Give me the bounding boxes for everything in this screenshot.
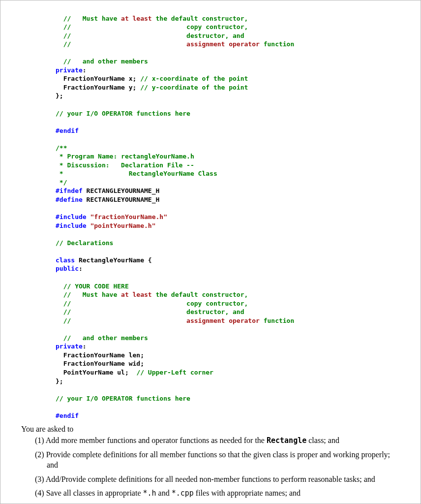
keyword-private: private <box>56 343 83 350</box>
comment-line: // and other members <box>56 334 148 342</box>
comment-highlight: assignment operator <box>186 317 260 324</box>
instructions-section: You are asked to (1) Add more member fun… <box>21 425 396 499</box>
comment-io-operators: // your I/O OPERATOR functions here <box>56 395 190 402</box>
comment-line: // destructor, and <box>63 308 244 315</box>
comment-your-code: // YOUR CODE HERE <box>63 283 129 290</box>
comment-highlight: at least <box>121 15 152 22</box>
macro-name: RECTANGLEYOURNAME_H <box>83 187 160 194</box>
member-decl: FractionYourName wid; <box>56 360 144 367</box>
member-decl: FractionYourName len; <box>56 351 144 359</box>
comment-line: function <box>260 40 294 48</box>
comment-line: // <box>63 317 186 324</box>
macro-name: RECTANGLEYOURNAME_H <box>83 196 160 203</box>
comment-declarations: // Declarations <box>56 239 113 247</box>
colon: : <box>83 66 87 74</box>
instruction-item-4: (4) Save all classes in appropriate *.h … <box>35 488 396 499</box>
rectangle-class-name: Rectangle <box>267 436 306 445</box>
colon: : <box>83 343 87 350</box>
keyword-public: public <box>56 265 79 272</box>
doc-comment: */ <box>56 179 67 186</box>
comment-line: // destructor, and <box>63 32 244 39</box>
preproc-endif: #endif <box>56 127 79 134</box>
preproc-define: #define <box>56 196 83 203</box>
preproc-ifndef: #ifndef <box>56 187 83 194</box>
doc-comment: /** <box>56 144 67 152</box>
preproc-include: #include <box>56 213 87 220</box>
comment-line: // and other members <box>56 58 148 65</box>
instruction-item-2: (2) Provide complete definitions for all… <box>35 450 396 471</box>
comment-line: // copy contructor, <box>63 23 248 31</box>
keyword-private: private <box>56 66 83 74</box>
include-path: "fractionYourName.h" <box>87 213 167 220</box>
preproc-endif: #endif <box>56 412 79 419</box>
comment-inline: // x-coordinate of the point <box>140 75 248 82</box>
comment-highlight: at least <box>121 291 152 298</box>
comment-line: // copy contructor, <box>63 300 248 307</box>
instruction-item-1: (1) Add more member functions and operat… <box>35 436 396 446</box>
doc-comment: * Discussion: Declaration File -- <box>56 161 194 169</box>
page: // Must have at least the default constr… <box>0 0 421 499</box>
preproc-include: #include <box>56 222 87 229</box>
doc-comment: * Program Name: rectangleYourName.h <box>56 153 194 160</box>
comment-inline: // y-coordinate of the point <box>140 84 248 91</box>
code-block-point-class-tail: // Must have at least the default constr… <box>56 5 421 420</box>
include-path: "pointYourName.h" <box>87 222 156 229</box>
comment-line: function <box>260 317 294 324</box>
comment-line: // Must have <box>63 15 121 22</box>
instructions-list: (1) Add more member functions and operat… <box>35 436 396 499</box>
close-brace: }; <box>56 378 63 385</box>
file-ext-h: *.h <box>143 489 156 498</box>
comment-line: // <box>63 40 186 48</box>
instruction-item-3: (3) Add/Provide complete definitions for… <box>35 474 396 485</box>
comment-line: the default constructor, <box>152 291 248 298</box>
member-decl: FractionYourName y; <box>56 84 140 91</box>
colon: : <box>79 265 83 272</box>
comment-line: the default constructor, <box>152 15 248 22</box>
file-ext-cpp: *.cpp <box>172 489 194 498</box>
doc-comment: * RectangleYourName Class <box>56 170 217 177</box>
keyword-class: class <box>56 256 75 264</box>
close-brace: }; <box>56 92 63 99</box>
comment-inline: // Upper-Left corner <box>136 369 213 376</box>
instructions-lead: You are asked to <box>21 425 396 434</box>
comment-io-operators: // your I/O OPERATOR functions here <box>56 110 190 117</box>
member-decl: PointYourName ul; <box>56 369 136 376</box>
class-name: RectangleYourName { <box>75 256 152 264</box>
comment-highlight: assignment operator <box>186 40 260 48</box>
member-decl: FractionYourName x; <box>56 75 140 82</box>
comment-line: // Must have <box>63 291 121 298</box>
